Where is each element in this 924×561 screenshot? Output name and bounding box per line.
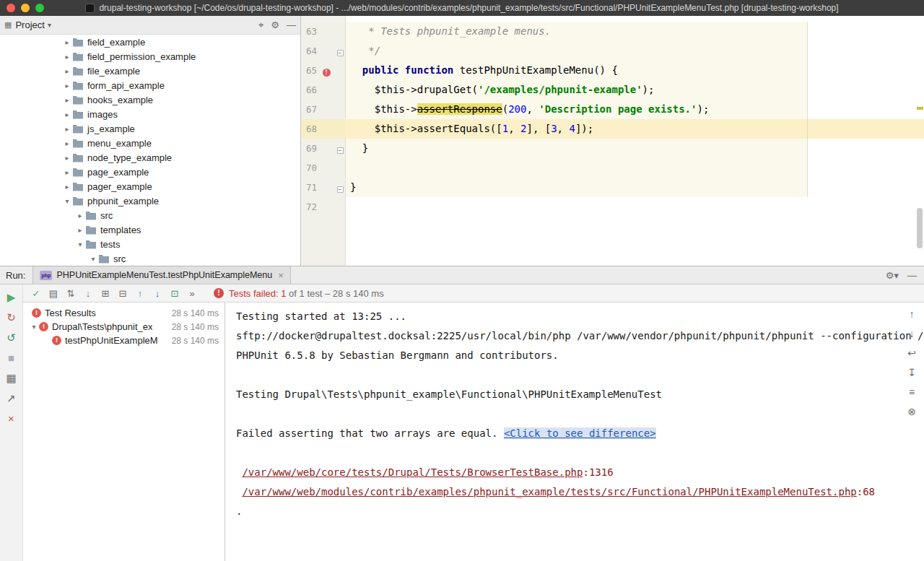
previous-failed-icon[interactable]: ↑ (131, 288, 149, 299)
project-tree-item[interactable]: ▾phpunit_example (0, 193, 300, 208)
fold-icon[interactable]: − (337, 147, 344, 154)
folder-icon (85, 211, 98, 220)
export-results-icon[interactable]: ⊡ (166, 288, 183, 299)
rerun-failed-button[interactable]: ↻ (1, 309, 22, 326)
soft-wrap-icon[interactable]: ↩ (902, 346, 922, 361)
code-line[interactable]: $this->assertEquals([1, 2], [3, 4]); (346, 119, 924, 139)
project-tree-item[interactable]: ▸field_example (0, 35, 300, 49)
scroll-to-end-icon[interactable]: ↧ (902, 365, 922, 380)
clear-all-icon[interactable]: ⊗ (902, 404, 922, 419)
chevron-right-icon[interactable]: ▸ (62, 110, 72, 118)
console-text: :68 (857, 486, 875, 497)
file-link[interactable]: /var/www/web/modules/contrib/examples/ph… (242, 486, 856, 497)
show-ignored-icon[interactable]: ▤ (45, 288, 62, 299)
minimize-window-button[interactable] (21, 4, 30, 12)
code-line[interactable]: $this->assertResponse(200, 'Description … (346, 100, 924, 119)
chevron-right-icon[interactable]: ▸ (75, 226, 85, 234)
pin-tab-button[interactable]: ↗ (1, 390, 22, 407)
fold-icon[interactable]: − (337, 50, 344, 56)
chevron-right-icon[interactable]: ▸ (62, 67, 72, 75)
file-link[interactable]: /var/www/web/core/tests/Drupal/Tests/Bro… (242, 466, 583, 478)
project-tree-item[interactable]: ▾src (0, 251, 300, 266)
close-button[interactable]: × (1, 410, 22, 427)
chevron-down-icon[interactable]: ▾ (29, 323, 39, 331)
code-line[interactable]: } (346, 139, 924, 158)
close-tab-icon[interactable]: × (278, 270, 284, 281)
hide-panel-icon[interactable]: — (287, 19, 296, 31)
settings-icon[interactable]: ⚙▾ (886, 270, 899, 281)
code-line[interactable] (346, 197, 924, 217)
chevron-down-icon[interactable]: ▾ (48, 21, 51, 29)
fold-icon[interactable]: − (337, 186, 344, 193)
chevron-down-icon[interactable]: ▾ (88, 255, 98, 263)
project-header-icons: ⌖⚙— (258, 19, 296, 31)
locate-icon[interactable]: ⌖ (258, 19, 263, 31)
project-tree-item[interactable]: ▸src (0, 208, 300, 222)
code-line[interactable]: $this->drupalGet('/examples/phpunit-exam… (346, 80, 924, 100)
code-token: $this-> (350, 103, 417, 115)
code-editor[interactable]: 63 * Tests phpunit_example menus.64− */6… (301, 16, 924, 266)
zoom-window-button[interactable] (35, 4, 44, 12)
project-tree-item[interactable]: ▸field_permission_example (0, 49, 300, 64)
sort-alphabetically-icon[interactable]: ↓ (79, 288, 97, 299)
console-output: Testing started at 13:25 ...sftp://docke… (225, 303, 924, 521)
code-line[interactable]: * Tests phpunit_example menus. (346, 22, 924, 41)
project-tree-item[interactable]: ▸js_example (0, 121, 300, 136)
run-tab-label: PHPUnitExampleMenuTest.testPhpUnitExampl… (56, 270, 272, 280)
toggle-autotest-button[interactable]: ↺ (1, 329, 22, 347)
chevron-down-icon[interactable]: ▾ (75, 240, 85, 248)
chevron-right-icon[interactable]: ▸ (62, 168, 72, 176)
test-tree-item[interactable]: !testPhpUnitExampleM28 s 140 ms (23, 334, 225, 347)
chevron-right-icon[interactable]: ▸ (62, 82, 72, 90)
code-line[interactable] (346, 158, 924, 178)
project-tree-item[interactable]: ▸file_example (0, 64, 300, 78)
sort-by-duration-icon[interactable]: ⇅ (62, 288, 79, 299)
test-tree-item[interactable]: !Test Results28 s 140 ms (23, 306, 225, 320)
line-number: 69 (302, 143, 317, 154)
project-tree-item[interactable]: ▸templates (0, 222, 300, 237)
project-tree-item[interactable]: ▸page_example (0, 165, 300, 179)
test-console[interactable]: Testing started at 13:25 ...sftp://docke… (225, 303, 924, 561)
project-panel-title[interactable]: Project (15, 19, 44, 30)
code-line[interactable]: public function testPhpUnitExampleMenu()… (346, 61, 924, 80)
down-stacktrace-icon[interactable]: ↓ (902, 326, 922, 342)
project-tree-item[interactable]: ▸form_api_example (0, 78, 300, 92)
expand-all-icon[interactable]: ⊞ (97, 288, 114, 299)
chevron-right-icon[interactable]: ▸ (62, 53, 72, 61)
project-tree-item[interactable]: ▸images (0, 107, 300, 121)
diff-link[interactable]: <Click to see difference> (504, 427, 656, 439)
chevron-right-icon[interactable]: ▸ (62, 183, 72, 191)
chevron-right-icon[interactable]: ▸ (75, 212, 85, 219)
close-window-button[interactable] (6, 4, 15, 12)
project-tree-item[interactable]: ▾tests (0, 237, 300, 251)
restore-layout-button[interactable]: ▦ (1, 370, 22, 387)
run-tab[interactable]: php PHPUnitExampleMenuTest.testPhpUnitEx… (32, 266, 290, 284)
hide-panel-icon[interactable]: — (907, 270, 917, 281)
print-icon[interactable]: ≡ (902, 385, 922, 400)
show-passed-icon[interactable]: ✓ (27, 288, 45, 299)
stop-button[interactable]: ■ (1, 349, 22, 367)
test-tree-item[interactable]: ▾!Drupal\Tests\phpunit_ex28 s 140 ms (23, 320, 225, 334)
code-line[interactable]: */ (346, 41, 924, 61)
next-failed-icon[interactable]: ↓ (149, 288, 166, 299)
collapse-all-icon[interactable]: ⊟ (114, 288, 131, 299)
test-failed-gutter-icon[interactable]: ! (323, 69, 331, 77)
warning-stripe-mark[interactable] (917, 107, 923, 110)
chevron-right-icon[interactable]: ▸ (62, 38, 72, 46)
overflow-icon[interactable]: » (183, 288, 201, 299)
up-stacktrace-icon[interactable]: ↑ (902, 307, 922, 322)
chevron-right-icon[interactable]: ▸ (62, 139, 72, 147)
project-tree-item[interactable]: ▸menu_example (0, 136, 300, 150)
settings-icon[interactable]: ⚙ (271, 19, 279, 31)
chevron-down-icon[interactable]: ▾ (62, 197, 72, 205)
chevron-right-icon[interactable]: ▸ (62, 96, 72, 104)
chevron-right-icon[interactable]: ▸ (62, 154, 72, 162)
editor-scrollbar[interactable] (917, 208, 923, 248)
rerun-button[interactable]: ▶ (1, 289, 22, 306)
folder-name: templates (98, 225, 141, 235)
chevron-right-icon[interactable]: ▸ (62, 125, 72, 133)
code-line[interactable]: } (346, 178, 924, 197)
project-tree-item[interactable]: ▸hooks_example (0, 92, 300, 107)
project-tree-item[interactable]: ▸node_type_example (0, 150, 300, 165)
project-tree-item[interactable]: ▸pager_example (0, 179, 300, 193)
